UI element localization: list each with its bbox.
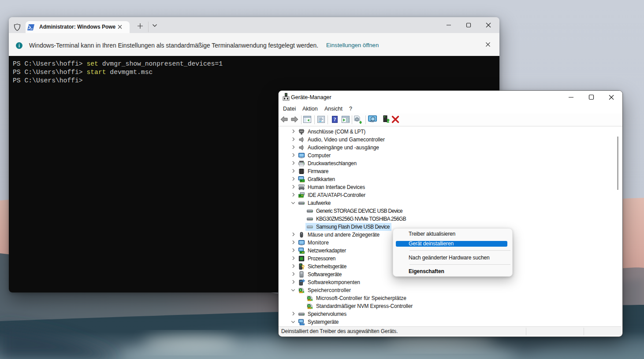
- svg-text:?: ?: [334, 116, 336, 122]
